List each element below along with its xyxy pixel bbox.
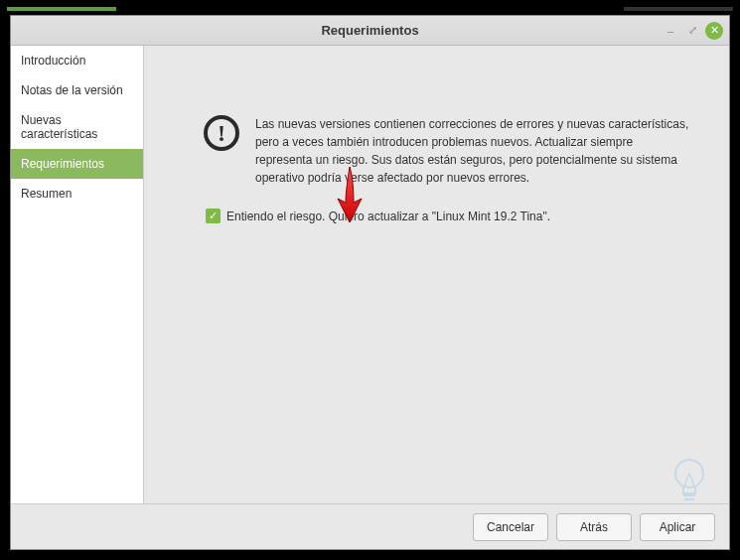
- sidebar-item-new-features[interactable]: Nuevas características: [11, 105, 143, 149]
- dialog-body: Introducción Notas de la versión Nuevas …: [11, 46, 729, 503]
- risk-checkbox[interactable]: ✓: [206, 209, 221, 223]
- window-controls: – ⤢ ✕: [662, 22, 723, 40]
- window-title: Requerimientos: [321, 23, 418, 38]
- sidebar-item-summary[interactable]: Resumen: [11, 179, 143, 209]
- warning-icon: !: [204, 115, 239, 151]
- close-icon[interactable]: ✕: [705, 22, 723, 40]
- info-text: Las nuevas versiones contienen correccio…: [255, 115, 689, 187]
- info-row: ! Las nuevas versiones contienen correcc…: [204, 115, 689, 187]
- minimize-icon[interactable]: –: [662, 24, 679, 38]
- back-button[interactable]: Atrás: [556, 513, 632, 541]
- sidebar-item-release-notes[interactable]: Notas de la versión: [11, 75, 143, 105]
- cancel-button[interactable]: Cancelar: [473, 513, 548, 541]
- sidebar: Introducción Notas de la versión Nuevas …: [11, 46, 144, 503]
- apply-button[interactable]: Aplicar: [640, 513, 715, 541]
- titlebar: Requerimientos – ⤢ ✕: [11, 16, 729, 46]
- sidebar-item-requirements[interactable]: Requerimientos: [11, 149, 143, 179]
- risk-checkbox-row: ✓ Entiendo el riesgo. Quiero actualizar …: [206, 209, 689, 223]
- dialog-window: Requerimientos – ⤢ ✕ Introducción Notas …: [10, 15, 730, 550]
- footer: Cancelar Atrás Aplicar: [11, 503, 729, 549]
- risk-checkbox-label: Entiendo el riesgo. Quiero actualizar a …: [226, 210, 550, 223]
- content-area: ! Las nuevas versiones contienen correcc…: [144, 46, 729, 503]
- maximize-icon[interactable]: ⤢: [683, 24, 701, 38]
- sidebar-item-intro[interactable]: Introducción: [11, 46, 143, 75]
